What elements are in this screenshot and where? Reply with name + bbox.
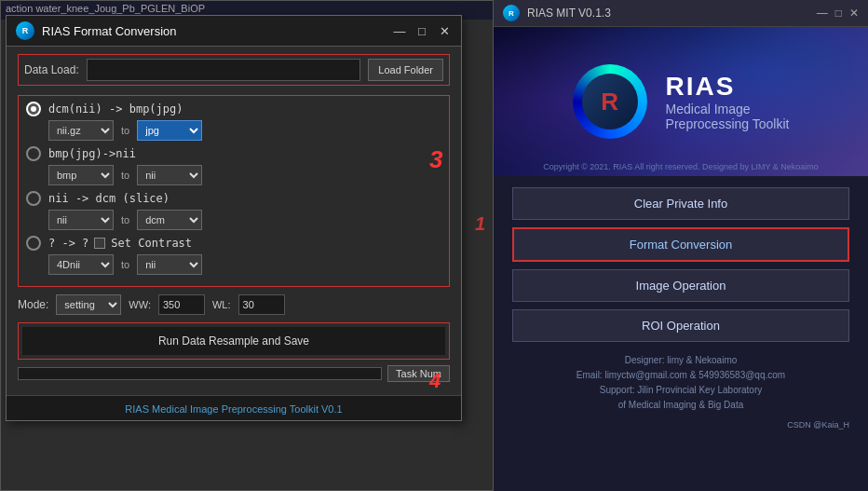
progress-row: Task Num <box>18 365 450 382</box>
run-button[interactable]: Run Data Resample and Save <box>22 327 445 355</box>
hero-subtitle2: Preprocessing Toolkit <box>666 116 790 131</box>
conversion-section: dcm(nii) -> bmp(jpg) nii.gz nii dcm to j… <box>18 95 450 287</box>
maximize-button[interactable]: □ <box>414 23 429 38</box>
wl-input[interactable] <box>238 294 285 315</box>
rias-logo-r-text: R <box>601 88 618 116</box>
annotation-1: 1 <box>475 213 485 235</box>
annotation-3: 3 <box>429 145 442 174</box>
from-select-2[interactable]: bmp jpg <box>48 165 114 185</box>
to-select-1[interactable]: jpg bmp png <box>137 120 202 141</box>
radio-dcm-nii[interactable] <box>26 102 41 116</box>
ww-input[interactable] <box>158 294 205 315</box>
dialog-body: Data Load: Load Folder dcm(nii) -> bmp(j… <box>7 47 461 395</box>
rias-logo-inner: R <box>582 74 638 130</box>
radio-contrast[interactable] <box>26 236 41 251</box>
wl-label: WL: <box>212 299 231 310</box>
to-select-4[interactable]: nii nii.gz <box>137 254 202 275</box>
image-operation-button[interactable]: Image Operation <box>512 269 849 302</box>
from-select-1[interactable]: nii.gz nii dcm <box>48 120 114 141</box>
from-select-3[interactable]: nii nii.gz <box>48 210 114 230</box>
mode-label: Mode: <box>18 298 48 311</box>
dialog-controls: — □ ✕ <box>392 23 452 38</box>
hero-text-block: RIAS Medical Image Preprocessing Toolkit <box>666 72 790 131</box>
footer-text: RIAS Medical Image Preprocessing Toolkit… <box>125 403 342 415</box>
footer-info: Designer: limy & Nekoaimo Email: limyctw… <box>512 353 849 413</box>
dialog-title: RIAS Format Conversion <box>42 24 177 38</box>
to-label-3: to <box>121 214 129 225</box>
format-row-3: nii nii.gz to dcm <box>26 210 441 230</box>
radio-nii-dcm[interactable] <box>26 191 41 206</box>
radio-bmp-nii[interactable] <box>26 146 41 161</box>
title-left: R RIAS Format Conversion <box>16 21 177 40</box>
hero-subtitle1: Medical Image <box>666 102 790 116</box>
left-panel: action water_knee_Joug_Pb_PGLEN_BiOP R R… <box>0 0 494 491</box>
hero-title: RIAS <box>666 72 790 102</box>
dialog-footer: RIAS Medical Image Preprocessing Toolkit… <box>7 395 461 420</box>
rias-window-title: RIAS MIT V0.1.3 <box>527 7 611 20</box>
mode-row: Mode: setting auto WW: WL: <box>18 294 450 315</box>
data-load-row: Data Load: Load Folder <box>18 54 450 86</box>
clear-private-info-button[interactable]: Clear Private Info <box>512 187 849 220</box>
option-row-3: nii -> dcm (slice) <box>26 191 441 206</box>
minimize-button[interactable]: — <box>392 23 407 38</box>
dialog-titlebar: R RIAS Format Conversion — □ ✕ <box>7 16 461 47</box>
progress-bar <box>18 367 382 380</box>
option-label-3: nii -> dcm (slice) <box>48 192 170 205</box>
csdn-text: CSDN @Kaia_H <box>512 420 849 430</box>
to-label-4: to <box>121 259 129 270</box>
load-folder-button[interactable]: Load Folder <box>368 59 443 81</box>
run-btn-container: Run Data Resample and Save <box>18 322 450 360</box>
option-label-1: dcm(nii) -> bmp(jpg) <box>48 102 183 116</box>
contrast-checkbox[interactable] <box>94 238 105 249</box>
rias-minimize-button[interactable]: — <box>817 7 828 20</box>
rias-close-button[interactable]: ✕ <box>849 7 859 20</box>
buttons-container: Clear Private Info Format Conversion Ima… <box>494 176 868 441</box>
option-label-2: bmp(jpg)->nii <box>48 147 136 160</box>
to-label-2: to <box>121 170 129 181</box>
right-buttons: Clear Private Info Format Conversion Ima… <box>494 176 868 441</box>
rias-window: R RIAS MIT V0.1.3 — □ ✕ R RIAS Medical I… <box>494 0 868 491</box>
format-row-2: bmp jpg to nii nii.gz <box>26 165 441 185</box>
option-row-1: dcm(nii) -> bmp(jpg) <box>26 102 441 116</box>
contrast-row: ? -> ? Set Contrast <box>48 237 192 250</box>
roi-operation-button[interactable]: ROI Operation <box>512 309 849 342</box>
dialog-logo: R <box>16 21 34 40</box>
option-label-4a: ? -> ? <box>48 237 88 250</box>
from-select-4[interactable]: 4Dnii nii <box>48 254 114 275</box>
hero-copyright: Copyright © 2021. RIAS All right reserve… <box>494 162 868 171</box>
close-button[interactable]: ✕ <box>437 23 452 38</box>
to-select-2[interactable]: nii nii.gz <box>137 165 202 185</box>
option-row-2: bmp(jpg)->nii <box>26 146 441 161</box>
format-conversion-button[interactable]: Format Conversion <box>512 227 849 262</box>
data-load-input[interactable] <box>87 59 361 81</box>
rias-logo-big: R <box>573 64 647 139</box>
option-row-4: ? -> ? Set Contrast <box>26 236 441 251</box>
rias-logo-tiny: R <box>503 5 520 21</box>
format-row-4: 4Dnii nii to nii nii.gz <box>26 254 441 275</box>
rias-title-left: R RIAS MIT V0.1.3 <box>503 5 611 21</box>
annotation-4: 4 <box>429 369 441 393</box>
rias-win-controls: — □ ✕ <box>817 7 859 20</box>
mode-select[interactable]: setting auto <box>56 294 121 315</box>
ww-label: WW: <box>129 299 151 310</box>
to-label-1: to <box>121 125 129 136</box>
option-label-4b: Set Contrast <box>111 237 192 250</box>
format-row-1: nii.gz nii dcm to jpg bmp png <box>26 120 441 141</box>
right-panel: R RIAS MIT V0.1.3 — □ ✕ R RIAS Medical I… <box>494 0 868 491</box>
rias-titlebar: R RIAS MIT V0.1.3 — □ ✕ <box>494 0 868 27</box>
rias-maximize-button[interactable]: □ <box>835 7 842 20</box>
data-load-label: Data Load: <box>24 63 79 76</box>
dialog-window: R RIAS Format Conversion — □ ✕ Data Load… <box>6 15 462 421</box>
to-select-3[interactable]: dcm <box>137 210 202 230</box>
hero-banner: R RIAS Medical Image Preprocessing Toolk… <box>494 27 868 176</box>
